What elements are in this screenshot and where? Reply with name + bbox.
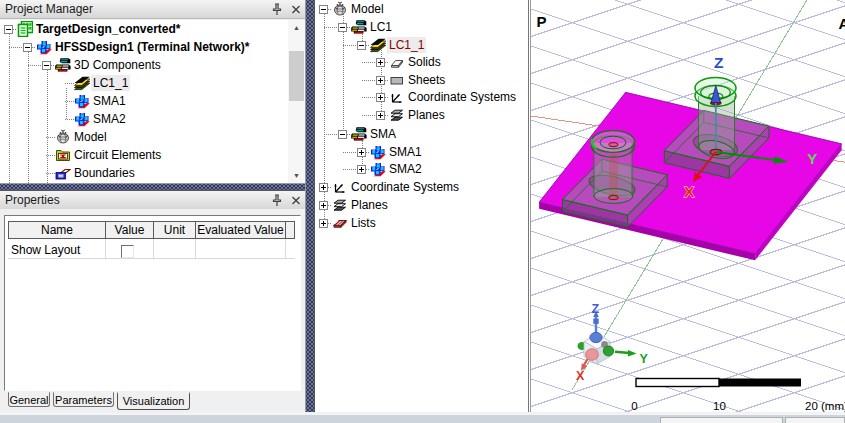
svg-text:Z: Z bbox=[592, 302, 600, 316]
svg-text:Z: Z bbox=[714, 54, 724, 71]
svg-text:Y: Y bbox=[807, 150, 818, 167]
svg-text:10: 10 bbox=[713, 400, 726, 412]
svg-text:0: 0 bbox=[631, 400, 637, 412]
svg-text:20 (mm): 20 (mm) bbox=[805, 400, 845, 412]
svg-text:Y: Y bbox=[640, 352, 649, 366]
svg-text:A: A bbox=[839, 15, 845, 32]
svg-text:P: P bbox=[537, 13, 547, 30]
svg-text:X: X bbox=[684, 183, 695, 200]
svg-text:X: X bbox=[576, 369, 585, 383]
